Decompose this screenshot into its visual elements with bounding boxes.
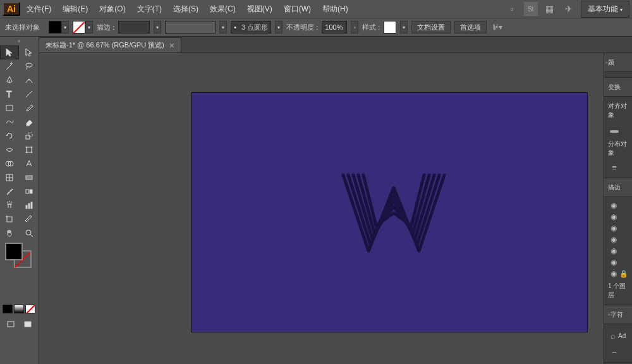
workspace-switcher[interactable]: 基本功能 ▾: [581, 1, 629, 18]
stroke-label: 描边 :: [97, 23, 114, 32]
artboard[interactable]: [191, 92, 588, 332]
char-minus-icon[interactable]: −: [608, 346, 621, 358]
lasso-tool[interactable]: [20, 59, 39, 73]
color-mode-solid[interactable]: [3, 305, 13, 313]
gpu-icon[interactable]: ✈: [562, 2, 576, 16]
layer-count: 1 个图层: [608, 279, 628, 302]
color-mode-none[interactable]: [25, 305, 35, 313]
shape-builder-tool[interactable]: [0, 157, 19, 171]
brush-dropdown[interactable]: ▾: [275, 21, 283, 33]
layer-visibility-icon[interactable]: ◉: [611, 235, 617, 244]
svg-point-8: [26, 147, 27, 148]
menu-select[interactable]: 选择(S): [168, 1, 204, 17]
svg-rect-17: [26, 176, 32, 179]
paintbrush-tool[interactable]: [20, 101, 39, 115]
slice-tool[interactable]: [20, 212, 39, 226]
line-tool[interactable]: [20, 87, 39, 101]
perspective-tool[interactable]: [20, 157, 39, 171]
stroke-weight-dropdown[interactable]: ▾: [154, 21, 161, 33]
rectangle-tool[interactable]: [0, 101, 19, 115]
svg-point-1: [28, 79, 30, 80]
opacity-input[interactable]: [322, 21, 347, 33]
screen-mode-normal[interactable]: [4, 317, 18, 331]
panel-tab-character[interactable]: ◦ 字符: [604, 305, 632, 324]
doc-setup-button[interactable]: 文档设置: [411, 21, 451, 33]
width-tool[interactable]: [0, 143, 19, 157]
layer-visibility-icon[interactable]: ◉: [611, 224, 617, 233]
menu-help[interactable]: 帮助(H): [317, 1, 353, 17]
curvature-tool[interactable]: [20, 73, 39, 87]
svg-rect-18: [26, 190, 28, 193]
blend-tool[interactable]: [20, 185, 39, 198]
eraser-tool[interactable]: [20, 115, 39, 129]
stock-icon[interactable]: St: [524, 2, 538, 16]
artboard-tool[interactable]: [0, 212, 19, 226]
panel-tab-transform[interactable]: 变换: [604, 78, 632, 97]
type-tool[interactable]: T: [0, 87, 19, 101]
svg-point-29: [26, 230, 31, 235]
eyedropper-tool[interactable]: [0, 185, 19, 198]
app-logo[interactable]: Ai: [3, 2, 20, 16]
hand-tool[interactable]: [0, 226, 19, 240]
stroke-weight-input[interactable]: [118, 21, 150, 33]
panel-tab-color[interactable]: ◦ 颜: [604, 53, 632, 72]
svg-text:T: T: [6, 89, 12, 99]
selection-tool[interactable]: [0, 46, 19, 59]
scale-tool[interactable]: [20, 129, 39, 143]
document-tab-close[interactable]: ×: [169, 40, 174, 51]
menu-type[interactable]: 文字(T): [132, 1, 167, 17]
toolbar-collapse-icon[interactable]: «: [0, 37, 39, 46]
direct-selection-tool[interactable]: [20, 46, 39, 59]
selection-status: 未选择对象: [5, 23, 40, 32]
lock-icon[interactable]: 🔒: [619, 270, 628, 278]
gradient-tool[interactable]: [20, 171, 39, 185]
menu-edit[interactable]: 编辑(E): [58, 1, 93, 17]
magic-wand-tool[interactable]: [0, 59, 19, 73]
free-transform-tool[interactable]: [20, 143, 39, 157]
stroke-profile[interactable]: [165, 21, 216, 33]
layer-visibility-icon[interactable]: ◉: [611, 201, 617, 210]
brush-value[interactable]: 3 点圆形: [239, 23, 270, 32]
layer-visibility-icon[interactable]: ◉: [611, 246, 617, 255]
stroke-profile-dropdown[interactable]: ▾: [219, 21, 227, 33]
color-mode-gradient[interactable]: [14, 305, 24, 313]
layer-visibility-icon[interactable]: ◉: [611, 212, 617, 221]
arrange-icon[interactable]: ▦: [543, 2, 557, 16]
pen-tool[interactable]: [0, 73, 19, 87]
svg-line-30: [30, 234, 33, 237]
menu-window[interactable]: 窗口(W): [279, 1, 316, 17]
distribute-icon[interactable]: ≡: [608, 161, 621, 174]
type-browse-icon[interactable]: ⌕: [611, 329, 616, 342]
stroke-swatch[interactable]: [73, 21, 85, 33]
align-icon[interactable]: ⊯▾: [490, 20, 504, 34]
fill-swatch[interactable]: [49, 21, 61, 33]
menu-view[interactable]: 视图(V): [242, 1, 277, 17]
style-swatch[interactable]: [384, 21, 396, 33]
svg-rect-6: [28, 133, 32, 136]
zoom-tool[interactable]: [20, 226, 39, 240]
toolbar-fill-swatch[interactable]: [5, 243, 23, 260]
layer-visibility-icon[interactable]: ◉: [611, 258, 617, 267]
shaper-tool[interactable]: [0, 115, 19, 129]
layer-visibility-icon[interactable]: ◉: [611, 269, 617, 278]
stroke-dropdown[interactable]: ▾: [85, 21, 93, 33]
align-left-icon[interactable]: ▬: [608, 123, 621, 136]
bridge-icon[interactable]: ▫: [505, 2, 519, 16]
svg-point-21: [9, 202, 10, 202]
menu-file[interactable]: 文件(F): [21, 1, 56, 17]
fill-dropdown[interactable]: ▾: [61, 21, 69, 33]
panel-tab-stroke[interactable]: 描边: [604, 178, 632, 197]
rotate-tool[interactable]: [0, 129, 19, 143]
graph-tool[interactable]: [20, 198, 39, 212]
document-tab[interactable]: 未标题-1* @ 66.67% (RGB/GPU 预览) ×: [39, 37, 181, 52]
canvas-area[interactable]: [39, 53, 604, 364]
opacity-dropdown[interactable]: ›: [351, 21, 358, 33]
style-dropdown[interactable]: ▾: [400, 21, 408, 33]
menu-object[interactable]: 对象(O): [94, 1, 130, 17]
align-section-label: 对齐对象: [608, 99, 628, 122]
symbol-sprayer-tool[interactable]: [0, 198, 19, 212]
menu-effect[interactable]: 效果(C): [205, 1, 241, 17]
screen-mode-menu[interactable]: [21, 317, 35, 331]
mesh-tool[interactable]: [0, 171, 19, 185]
preferences-button[interactable]: 首选项: [454, 21, 487, 33]
